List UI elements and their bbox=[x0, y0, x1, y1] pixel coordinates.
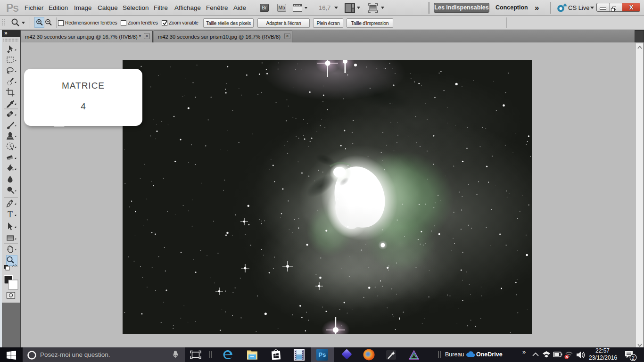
svg-text:T: T bbox=[8, 210, 13, 219]
svg-text:2: 2 bbox=[632, 355, 635, 361]
